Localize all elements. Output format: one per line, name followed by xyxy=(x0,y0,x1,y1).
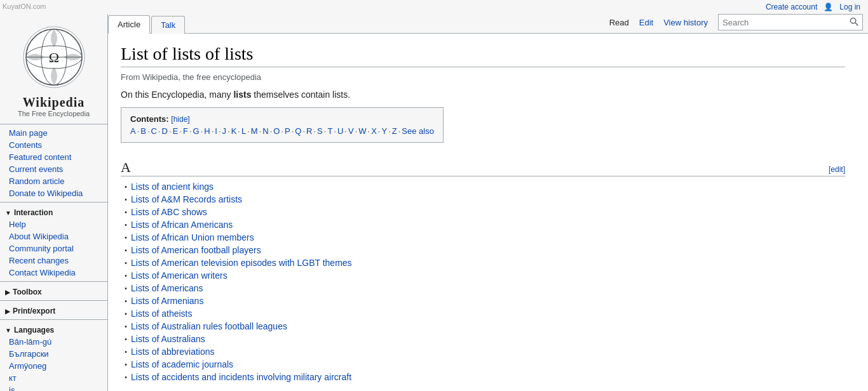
sidebar-item-help[interactable]: Help xyxy=(0,218,107,230)
list-item-link[interactable]: Lists of American television episodes wi… xyxy=(131,258,352,268)
sidebar-item-featured-content[interactable]: Featured content xyxy=(0,151,107,163)
contents-link-n[interactable]: N xyxy=(262,126,268,136)
contents-link-i[interactable]: I xyxy=(215,126,217,136)
list-item-link[interactable]: Lists of atheists xyxy=(131,308,193,319)
contents-link-g[interactable]: G xyxy=(193,126,200,136)
section-a-heading: A [edit] xyxy=(121,159,845,176)
bullet-icon: • xyxy=(121,285,131,292)
list-item-link[interactable]: Lists of ancient kings xyxy=(131,182,214,192)
list-item-link[interactable]: Lists of Australian rules football leagu… xyxy=(131,321,287,331)
contents-hide[interactable]: [hide] xyxy=(171,115,189,124)
list-item-link[interactable]: Lists of African Americans xyxy=(131,220,233,230)
svg-point-6 xyxy=(850,18,855,23)
contents-link-c[interactable]: C xyxy=(151,126,157,136)
contents-sep: · xyxy=(398,126,401,136)
contents-link-t[interactable]: T xyxy=(327,126,332,136)
contents-link-e[interactable]: E xyxy=(173,126,179,136)
sidebar-item-donate[interactable]: Donate to Wikipedia xyxy=(0,187,107,199)
section-a-edit[interactable]: [edit] xyxy=(829,165,845,174)
list-item-link[interactable]: Lists of Australians xyxy=(131,334,205,344)
contents-link-f[interactable]: F xyxy=(183,126,188,136)
contents-link-q[interactable]: Q xyxy=(295,126,301,136)
interaction-arrow: ▼ xyxy=(5,209,11,216)
tab-action-view-history[interactable]: View history xyxy=(658,15,713,30)
sidebar-lang-armyoneg[interactable]: Armÿoneg xyxy=(0,360,107,372)
tab-article[interactable]: Article xyxy=(108,15,150,34)
bullet-icon: • xyxy=(121,348,131,355)
list-item: •Lists of Americans xyxy=(121,282,845,295)
list-item-link[interactable]: Lists of abbreviations xyxy=(131,347,215,357)
bullet-icon: • xyxy=(121,196,131,203)
tab-action-edit[interactable]: Edit xyxy=(634,15,658,30)
bullet-icon: • xyxy=(121,234,131,241)
sidebar-lang-ban-lam-gu[interactable]: Bân-lâm-gú xyxy=(0,336,107,348)
contents-link-p[interactable]: P xyxy=(285,126,290,136)
contents-link-o[interactable]: O xyxy=(273,126,280,136)
contents-link-h[interactable]: H xyxy=(204,126,210,136)
contents-link-m[interactable]: M xyxy=(251,126,258,136)
contents-sep: · xyxy=(179,126,182,136)
login-link[interactable]: Log in xyxy=(839,3,860,11)
list-item-link[interactable]: Lists of African Union members xyxy=(131,232,254,242)
create-account-link[interactable]: Create account xyxy=(766,3,817,11)
list-item: •Lists of African Union members xyxy=(121,231,845,244)
sidebar-item-current-events[interactable]: Current events xyxy=(0,163,107,175)
list-item-link[interactable]: Lists of Armenians xyxy=(131,296,203,306)
sidebar-lang-kt[interactable]: кт xyxy=(0,372,107,384)
tab-talk[interactable]: Talk xyxy=(151,16,185,34)
list-item: •Lists of Australian rules football leag… xyxy=(121,320,845,333)
languages-arrow: ▼ xyxy=(5,327,11,334)
bullet-icon: • xyxy=(121,310,131,317)
sidebar-lang-bulgarski[interactable]: Български xyxy=(0,348,107,360)
contents-link-w[interactable]: W xyxy=(358,126,366,136)
sidebar-item-contact[interactable]: Contact Wikipedia xyxy=(0,267,107,279)
sidebar-lang-is[interactable]: is xyxy=(0,384,107,391)
list-item-link[interactable]: Lists of academic journals xyxy=(131,359,233,369)
contents-link-u[interactable]: U xyxy=(337,126,343,136)
list-item-link[interactable]: Lists of A&M Records artists xyxy=(131,194,242,204)
sidebar-item-random-article[interactable]: Random article xyxy=(0,175,107,187)
bullet-icon: • xyxy=(121,222,131,229)
contents-link-a[interactable]: A xyxy=(130,126,136,136)
from-wiki: From Wikipedia, the free encyclopedia xyxy=(121,72,845,82)
sidebar-section-interaction[interactable]: ▼ Interaction xyxy=(0,205,107,218)
list-item-link[interactable]: Lists of Americans xyxy=(131,283,203,293)
sidebar-item-main-page[interactable]: Main page xyxy=(0,127,107,139)
contents-link-l[interactable]: L xyxy=(241,126,246,136)
wiki-tagline: The Free Encyclopedia xyxy=(0,110,107,117)
contents-link-d[interactable]: D xyxy=(162,126,168,136)
bullet-icon: • xyxy=(121,323,131,330)
search-button[interactable] xyxy=(846,17,862,28)
contents-link-s[interactable]: S xyxy=(317,126,323,136)
contents-link-z[interactable]: Z xyxy=(392,126,397,136)
contents-link-b[interactable]: B xyxy=(140,126,146,136)
contents-sep: · xyxy=(302,126,305,136)
list-item-link[interactable]: Lists of American football players xyxy=(131,245,261,255)
contents-link-y[interactable]: Y xyxy=(381,126,387,136)
contents-link-r[interactable]: R xyxy=(306,126,312,136)
search-input[interactable] xyxy=(719,17,846,29)
contents-link-x[interactable]: X xyxy=(371,126,377,136)
sidebar-item-about[interactable]: About Wikipedia xyxy=(0,230,107,242)
sidebar-section-print[interactable]: ▶ Print/export xyxy=(0,303,107,317)
contents-link-j[interactable]: J xyxy=(222,126,227,136)
intro-text-pre: On this Encyclopedia, many xyxy=(121,89,233,100)
tab-action-read[interactable]: Read xyxy=(604,15,634,30)
sidebar-section-toolbox[interactable]: ▶ Toolbox xyxy=(0,284,107,298)
sidebar-item-recent-changes[interactable]: Recent changes xyxy=(0,255,107,267)
contents-sep: · xyxy=(238,126,240,136)
print-label: Print/export xyxy=(13,307,55,315)
contents-link-v[interactable]: V xyxy=(348,126,354,136)
contents-title: Contents: [hide] xyxy=(130,114,434,124)
sidebar-section-languages[interactable]: ▼ Languages xyxy=(0,322,107,336)
sidebar-item-contents[interactable]: Contents xyxy=(0,139,107,151)
bullet-icon: • xyxy=(121,272,131,279)
contents-link-see-also[interactable]: See also xyxy=(402,126,434,136)
list-item-link[interactable]: Lists of ABC shows xyxy=(131,207,207,217)
sidebar-item-community[interactable]: Community portal xyxy=(0,242,107,255)
list-item-link[interactable]: Lists of accidents and incidents involvi… xyxy=(131,372,351,382)
list-item-link[interactable]: Lists of American writers xyxy=(131,270,227,281)
contents-sep: · xyxy=(259,126,262,136)
list-item: •Lists of American football players xyxy=(121,244,845,256)
contents-link-k[interactable]: K xyxy=(231,126,237,136)
